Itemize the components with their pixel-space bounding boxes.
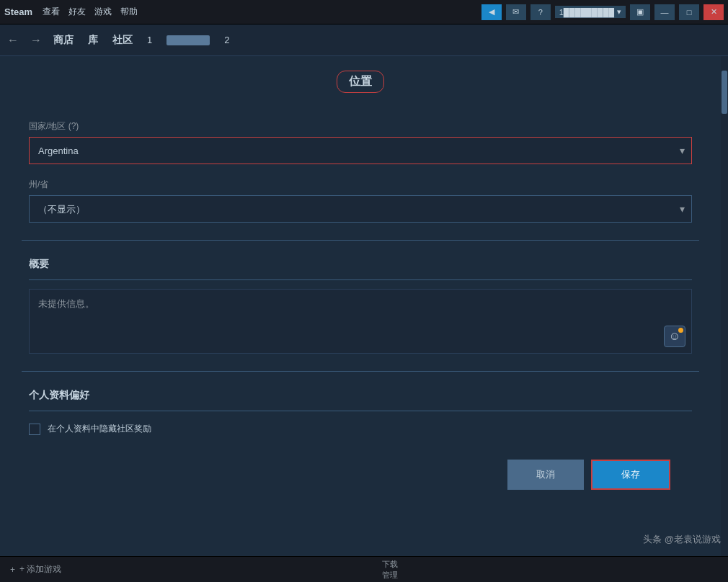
emoji-button[interactable]: ☺ — [664, 326, 685, 347]
section-title-location: 位置 — [337, 71, 384, 93]
scrollbar-thumb[interactable] — [722, 71, 727, 114]
back-arrow[interactable]: ← — [7, 34, 19, 47]
add-game-button[interactable]: + + 添加游戏 — [10, 563, 61, 576]
preferences-section: 个人资料偏好 在个人资料中隐藏社区奖励 — [22, 389, 699, 435]
action-bar: 取消 保存 — [22, 452, 699, 490]
preferences-title: 个人资料偏好 — [29, 389, 692, 402]
state-select[interactable]: （不显示） — [29, 195, 692, 223]
download-sub: 管理 — [382, 570, 398, 580]
title-bar: Steam 查看 好友 游戏 帮助 ◀ ✉ ? 1█████████ ▾ ▣ —… — [0, 0, 728, 24]
maximize-button[interactable]: □ — [679, 4, 699, 20]
save-button[interactable]: 保存 — [591, 460, 670, 490]
username-text: 1█████████ — [559, 8, 614, 17]
download-info[interactable]: 下载 管理 — [382, 559, 398, 580]
country-select[interactable]: Argentina China United States — [29, 137, 692, 164]
close-button[interactable]: ✕ — [703, 4, 724, 20]
title-bar-menu: 查看 好友 游戏 帮助 — [43, 6, 138, 18]
add-game-label: + 添加游戏 — [19, 563, 61, 576]
nav-store[interactable]: 商店 — [53, 34, 74, 47]
title-bar-right: ◀ ✉ ? 1█████████ ▾ ▣ — □ ✕ — [481, 4, 724, 20]
watermark: 头条 @老袁说游戏 — [643, 533, 721, 546]
steam-logo: Steam — [4, 6, 32, 17]
country-form-group: 国家/地区 (?) Argentina China United States … — [22, 120, 699, 164]
download-title: 下载 — [382, 559, 398, 569]
monitor-icon[interactable]: ▣ — [630, 4, 650, 20]
user-dropdown[interactable]: 1█████████ ▾ — [555, 6, 626, 18]
country-select-wrapper: Argentina China United States ▾ — [29, 137, 692, 164]
hide-rewards-label: 在个人资料中隐藏社区奖励 — [48, 423, 151, 435]
menu-games[interactable]: 游戏 — [94, 6, 112, 18]
nav-username-suffix: 2 — [224, 35, 229, 45]
forward-arrow[interactable]: → — [30, 34, 42, 47]
summary-textarea[interactable]: 未提供信息。 ☺ — [29, 289, 692, 354]
state-form-group: 州/省 （不显示） ▾ — [22, 179, 699, 223]
nav-back-icon[interactable]: ◀ — [481, 4, 502, 20]
help-button[interactable]: ? — [531, 4, 551, 20]
minimize-button[interactable]: — — [654, 4, 675, 20]
nav-username: 1 — [147, 35, 152, 45]
nav-links: 商店 库 社区 1 2 — [53, 34, 229, 47]
state-label: 州/省 — [29, 179, 692, 191]
mail-icon[interactable]: ✉ — [506, 4, 526, 20]
section-separator-1 — [22, 240, 699, 241]
cancel-button[interactable]: 取消 — [507, 460, 584, 490]
content-panel: 位置 国家/地区 (?) Argentina China United Stat… — [0, 56, 721, 556]
emoji-notification-dot — [678, 328, 683, 333]
section-separator-2 — [22, 371, 699, 372]
nav-community[interactable]: 社区 — [112, 34, 133, 47]
plus-icon: + — [10, 565, 15, 575]
preferences-separator — [29, 411, 692, 411]
hide-rewards-row: 在个人资料中隐藏社区奖励 — [29, 423, 692, 435]
chevron-down-icon: ▾ — [617, 7, 621, 17]
nav-library[interactable]: 库 — [88, 34, 98, 47]
state-select-wrapper: （不显示） ▾ — [29, 195, 692, 223]
username-blur — [167, 35, 210, 45]
scrollbar-track[interactable] — [721, 56, 728, 556]
main-content: 位置 国家/地区 (?) Argentina China United Stat… — [0, 56, 728, 556]
summary-section: 概要 未提供信息。 ☺ — [22, 258, 699, 354]
menu-view[interactable]: 查看 — [43, 6, 60, 18]
summary-placeholder: 未提供信息。 — [38, 298, 94, 309]
bottom-bar: + + 添加游戏 下载 管理 — [0, 556, 728, 582]
nav-bar: ← → 商店 库 社区 1 2 — [0, 24, 728, 56]
title-bar-left: Steam 查看 好友 游戏 帮助 — [4, 6, 138, 18]
summary-title: 概要 — [29, 258, 692, 271]
summary-separator — [29, 279, 692, 280]
country-label: 国家/地区 (?) — [29, 120, 692, 133]
menu-friends[interactable]: 好友 — [68, 6, 86, 18]
menu-help[interactable]: 帮助 — [120, 6, 138, 18]
hide-rewards-checkbox[interactable] — [29, 424, 40, 435]
